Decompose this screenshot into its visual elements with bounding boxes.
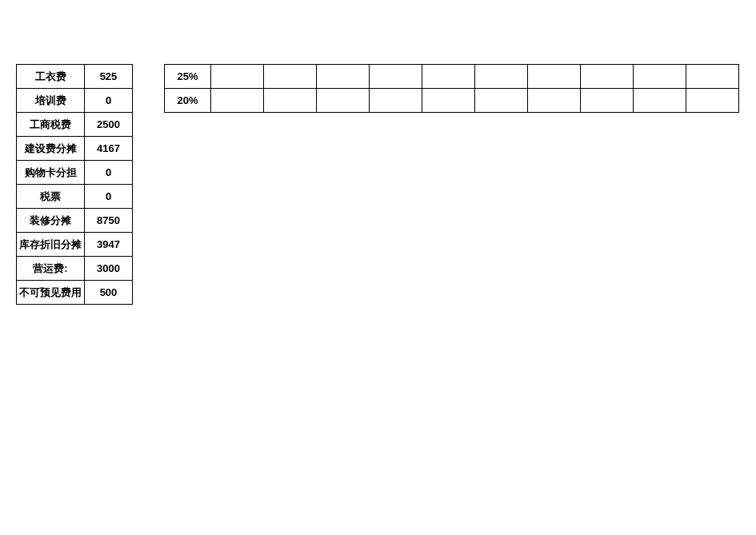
empty-cell	[581, 89, 634, 113]
expense-table: 工衣费 525 培训费 0 工商税费 2500 建设费分摊 4167 购物卡分担…	[16, 64, 133, 305]
empty-cell	[528, 65, 581, 89]
expense-value: 4167	[85, 137, 133, 161]
empty-cell	[422, 65, 475, 89]
empty-cell	[317, 65, 370, 89]
expense-label: 工商税费	[17, 113, 85, 137]
expense-value: 500	[85, 281, 133, 305]
expense-value: 8750	[85, 209, 133, 233]
expense-value: 525	[85, 65, 133, 89]
expense-value: 3947	[85, 233, 133, 257]
table-row: 购物卡分担 0	[17, 161, 133, 185]
percent-cell: 20%	[165, 89, 211, 113]
expense-label: 营运费:	[17, 257, 85, 281]
expense-label: 库存折旧分摊	[17, 233, 85, 257]
empty-cell	[264, 65, 317, 89]
expense-value: 2500	[85, 113, 133, 137]
empty-cell	[211, 89, 264, 113]
percentage-table: 25% 20%	[164, 64, 739, 113]
table-row: 税票 0	[17, 185, 133, 209]
empty-cell	[422, 89, 475, 113]
empty-cell	[686, 65, 739, 89]
empty-cell	[475, 89, 528, 113]
expense-label: 税票	[17, 185, 85, 209]
expense-value: 0	[85, 161, 133, 185]
expense-label: 建设费分摊	[17, 137, 85, 161]
expense-label: 装修分摊	[17, 209, 85, 233]
expense-label: 工衣费	[17, 65, 85, 89]
empty-cell	[528, 89, 581, 113]
expense-label: 购物卡分担	[17, 161, 85, 185]
expense-value: 0	[85, 89, 133, 113]
empty-cell	[686, 89, 739, 113]
table-row: 20%	[165, 89, 739, 113]
empty-cell	[581, 65, 634, 89]
table-row: 建设费分摊 4167	[17, 137, 133, 161]
table-row: 工衣费 525	[17, 65, 133, 89]
empty-cell	[317, 89, 370, 113]
expense-label: 不可预见费用	[17, 281, 85, 305]
table-row: 25%	[165, 65, 739, 89]
table-row: 培训费 0	[17, 89, 133, 113]
empty-cell	[370, 89, 422, 113]
empty-cell	[211, 65, 264, 89]
table-row: 不可预见费用 500	[17, 281, 133, 305]
percent-cell: 25%	[165, 65, 211, 89]
empty-cell	[264, 89, 317, 113]
empty-cell	[475, 65, 528, 89]
expense-label: 培训费	[17, 89, 85, 113]
table-row: 装修分摊 8750	[17, 209, 133, 233]
empty-cell	[634, 65, 686, 89]
expense-value: 0	[85, 185, 133, 209]
table-row: 工商税费 2500	[17, 113, 133, 137]
table-row: 库存折旧分摊 3947	[17, 233, 133, 257]
empty-cell	[634, 89, 686, 113]
table-row: 营运费: 3000	[17, 257, 133, 281]
expense-value: 3000	[85, 257, 133, 281]
empty-cell	[370, 65, 422, 89]
